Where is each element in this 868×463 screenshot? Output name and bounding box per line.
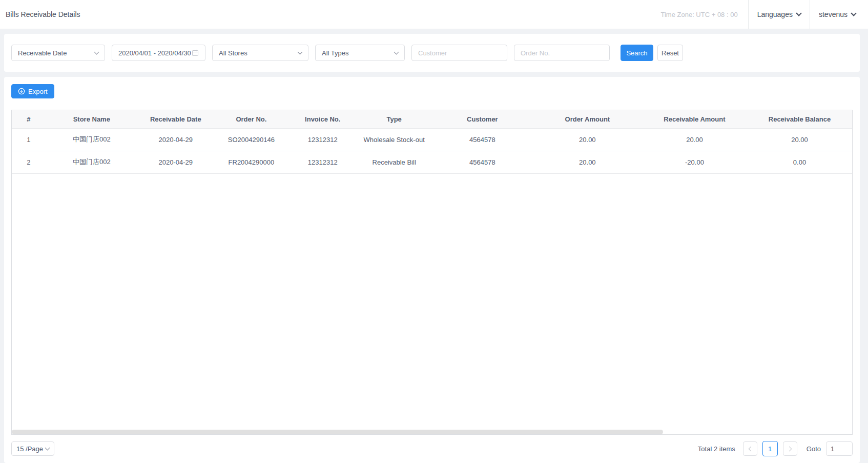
col-type: Type xyxy=(356,110,432,128)
col-receivable-amount: Receivable Amount xyxy=(642,110,747,128)
results-card: Export # Store Name Receivable Date Orde… xyxy=(4,77,860,463)
cell-receivable-amount: 20.00 xyxy=(642,128,747,151)
chevron-down-icon xyxy=(796,10,801,16)
chevron-down-icon xyxy=(94,49,99,54)
cell-receivable-balance: 20.00 xyxy=(747,128,852,151)
chevron-down-icon xyxy=(394,49,399,54)
page-size-value: 15 /Page xyxy=(16,445,43,453)
type-value: All Types xyxy=(322,49,349,57)
chevron-down-icon xyxy=(851,10,856,16)
page-1-button[interactable]: 1 xyxy=(762,441,778,456)
table-header-row: # Store Name Receivable Date Order No. I… xyxy=(12,110,852,128)
export-button[interactable]: Export xyxy=(11,84,54,98)
prev-page-button[interactable] xyxy=(743,441,757,456)
col-customer: Customer xyxy=(432,110,533,128)
header-right: Time Zone: UTC + 08 : 00 Languages steve… xyxy=(660,0,868,29)
timezone-label: Time Zone: UTC + 08 : 00 xyxy=(660,11,748,18)
total-items-label: Total 2 items xyxy=(698,445,735,453)
date-range-input[interactable]: 2020/04/01 - 2020/04/30 xyxy=(112,45,205,61)
top-header: Bills Receivable Details Time Zone: UTC … xyxy=(0,0,868,29)
date-type-value: Receivable Date xyxy=(18,49,67,57)
store-value: All Stores xyxy=(219,49,247,57)
horizontal-scrollbar-thumb[interactable] xyxy=(12,430,663,434)
col-order-no: Order No. xyxy=(214,110,290,128)
cell-order-no: FR2004290000 xyxy=(214,151,290,173)
chevron-down-icon xyxy=(298,49,303,54)
calendar-icon xyxy=(192,49,199,56)
filter-bar: Receivable Date 2020/04/01 - 2020/04/30 … xyxy=(4,34,860,72)
goto-input[interactable] xyxy=(826,441,853,456)
next-page-button[interactable] xyxy=(783,441,797,456)
col-order-amount: Order Amount xyxy=(533,110,642,128)
languages-menu[interactable]: Languages xyxy=(749,0,810,29)
col-receivable-date: Receivable Date xyxy=(138,110,214,128)
table-row[interactable]: 1 中国门店002 2020-04-29 SO2004290146 123123… xyxy=(12,128,852,151)
export-label: Export xyxy=(28,88,48,95)
cell-order-amount: 20.00 xyxy=(533,151,642,173)
cell-receivable-amount: -20.00 xyxy=(642,151,747,173)
cell-index: 2 xyxy=(12,151,46,173)
download-icon xyxy=(18,88,25,95)
cell-type: Wholesale Stock-out xyxy=(356,128,432,151)
type-select[interactable]: All Types xyxy=(315,45,405,61)
search-button[interactable]: Search xyxy=(621,45,653,61)
goto-label: Goto xyxy=(807,445,821,453)
col-store-name: Store Name xyxy=(46,110,138,128)
page-size-select[interactable]: 15 /Page xyxy=(11,441,54,456)
cell-store-name: 中国门店002 xyxy=(46,151,138,173)
reset-button[interactable]: Reset xyxy=(657,45,683,61)
chevron-right-icon xyxy=(787,446,792,451)
cell-index: 1 xyxy=(12,128,46,151)
cell-receivable-date: 2020-04-29 xyxy=(138,128,214,151)
pagination-bar: 15 /Page Total 2 items 1 Goto xyxy=(11,441,853,456)
cell-store-name: 中国门店002 xyxy=(46,128,138,151)
user-menu[interactable]: stevenus xyxy=(810,0,868,29)
cell-order-amount: 20.00 xyxy=(533,128,642,151)
table-row[interactable]: 2 中国门店002 2020-04-29 FR2004290000 123123… xyxy=(12,151,852,173)
col-invoice-no: Invoice No. xyxy=(289,110,356,128)
cell-order-no: SO2004290146 xyxy=(214,128,290,151)
date-range-value: 2020/04/01 - 2020/04/30 xyxy=(118,49,191,57)
cell-type: Receivable Bill xyxy=(356,151,432,173)
col-index: # xyxy=(12,110,46,128)
horizontal-scrollbar xyxy=(12,430,852,434)
languages-label: Languages xyxy=(757,10,793,18)
cell-invoice-no: 12312312 xyxy=(289,151,356,173)
cell-customer: 4564578 xyxy=(432,128,533,151)
store-select[interactable]: All Stores xyxy=(212,45,308,61)
customer-input[interactable] xyxy=(411,45,507,61)
user-label: stevenus xyxy=(819,10,848,18)
bills-table: # Store Name Receivable Date Order No. I… xyxy=(11,110,853,435)
cell-receivable-date: 2020-04-29 xyxy=(138,151,214,173)
page-title: Bills Receivable Details xyxy=(0,10,80,18)
page-content: Receivable Date 2020/04/01 - 2020/04/30 … xyxy=(4,34,860,463)
chevron-left-icon xyxy=(748,446,753,451)
col-receivable-balance: Receivable Balance xyxy=(747,110,852,128)
pagination-controls: Total 2 items 1 Goto xyxy=(698,441,853,456)
cell-receivable-balance: 0.00 xyxy=(747,151,852,173)
chevron-down-icon xyxy=(45,445,50,450)
date-type-select[interactable]: Receivable Date xyxy=(11,45,105,61)
cell-customer: 4564578 xyxy=(432,151,533,173)
cell-invoice-no: 12312312 xyxy=(289,128,356,151)
order-no-input[interactable] xyxy=(514,45,610,61)
